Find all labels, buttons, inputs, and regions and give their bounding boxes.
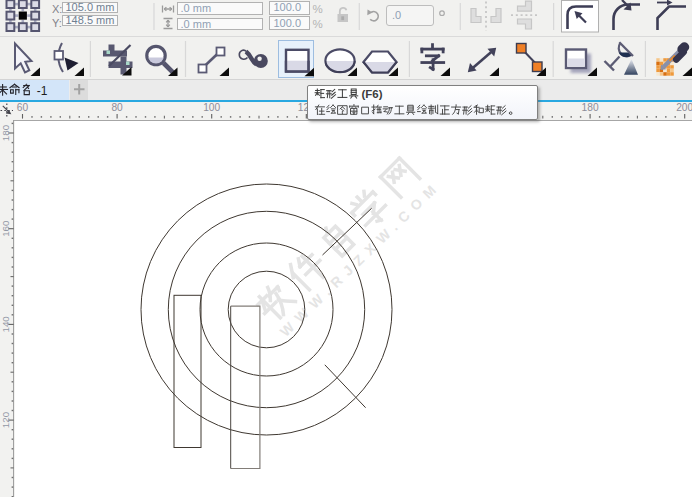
svg-text:(F6): (F6) bbox=[362, 88, 383, 100]
